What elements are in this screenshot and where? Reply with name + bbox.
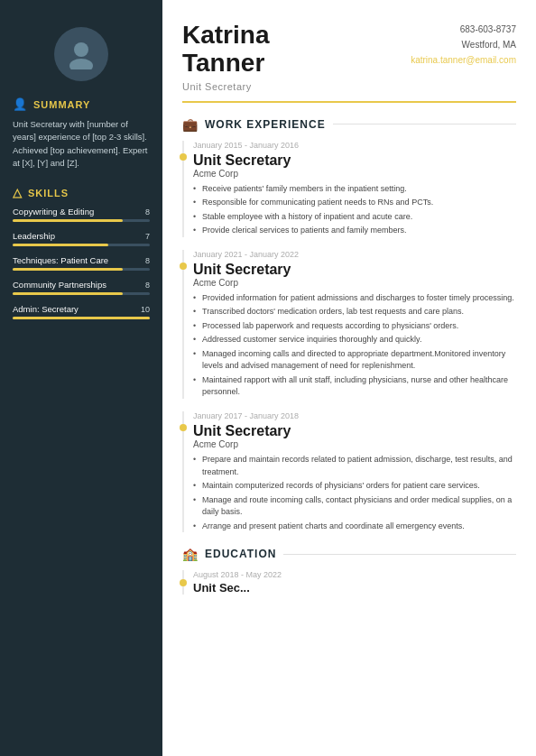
- job-block: January 2015 - January 2016 Unit Secreta…: [182, 141, 516, 237]
- education-icon: 🏫: [182, 547, 199, 561]
- edu-block: August 2018 - May 2022 Unit Sec...: [182, 570, 516, 595]
- job-company: Acme Corp: [193, 278, 516, 288]
- bullet: Transcribed doctors' medication orders, …: [193, 306, 516, 318]
- resume-header: Katrina Tanner Unit Secretary 683-603-87…: [182, 22, 516, 103]
- bullet: Processed lab paperwork and requests acc…: [193, 320, 516, 333]
- job-date: January 2017 - January 2018: [193, 411, 516, 420]
- header-email: katrina.tanner@email.com: [411, 52, 516, 68]
- education-list: August 2018 - May 2022 Unit Sec...: [182, 570, 516, 595]
- bullet: Receive patients' family members in the …: [193, 183, 516, 196]
- skills-icon: △: [13, 186, 23, 199]
- edu-date: August 2018 - May 2022: [193, 570, 516, 579]
- skill-bar-fill: [13, 317, 150, 319]
- job-block: January 2017 - January 2018 Unit Secreta…: [182, 411, 516, 532]
- bullet: Provide clerical services to patients an…: [193, 225, 516, 237]
- skills-section-title: △ Skills: [13, 186, 150, 199]
- job-company: Acme Corp: [193, 169, 516, 179]
- edu-degree: Unit Sec...: [193, 581, 516, 595]
- skill-bar-fill: [13, 292, 123, 295]
- header-phone: 683-603-8737: [411, 22, 516, 37]
- skill-bar-bg: [13, 292, 150, 295]
- skill-score: 10: [141, 305, 150, 314]
- job-title: Unit Secretary: [193, 261, 516, 278]
- summary-section-title: 👤 Summary: [13, 97, 150, 111]
- header-contact: 683-603-8737 Westford, MA katrina.tanner…: [411, 22, 516, 68]
- skill-score: 8: [145, 207, 150, 217]
- skill-item: Copywriting & Editing 8: [13, 207, 150, 222]
- bullet: Managed incoming calls and directed to a…: [193, 348, 516, 373]
- skill-bar-fill: [13, 244, 108, 246]
- skill-name: Admin: Secretary: [13, 304, 79, 314]
- work-experience-section-title: 💼 Work Experience: [182, 117, 516, 132]
- skill-bar-fill: [13, 268, 123, 271]
- skill-name: Techniques: Patient Care: [13, 255, 108, 265]
- job-company: Acme Corp: [193, 439, 516, 449]
- skill-bar-bg: [13, 219, 150, 222]
- skill-score: 8: [145, 281, 150, 290]
- job-block: January 2021 - January 2022 Unit Secreta…: [182, 250, 516, 399]
- job-date: January 2021 - January 2022: [193, 250, 516, 259]
- svg-point-1: [69, 59, 93, 69]
- job-title: Unit Secretary: [193, 152, 516, 169]
- skill-score: 8: [145, 256, 150, 265]
- education-section-title: 🏫 Education: [182, 547, 516, 561]
- summary-text: Unit Secretary with [number of years] ex…: [13, 118, 150, 170]
- header-name-block: Katrina Tanner Unit Secretary: [182, 22, 269, 92]
- bullet: Manage and route incoming calls, contact…: [193, 494, 516, 519]
- svg-point-0: [74, 42, 88, 57]
- edu-section-divider: [283, 554, 516, 555]
- job-bullets: Receive patients' family members in the …: [193, 183, 516, 237]
- job-date: January 2015 - January 2016: [193, 141, 516, 150]
- header-name: Katrina Tanner: [182, 22, 269, 78]
- resume-container: 👤 Summary Unit Secretary with [number of…: [0, 0, 536, 756]
- skill-name: Copywriting & Editing: [13, 207, 94, 217]
- skill-name: Leadership: [13, 231, 55, 241]
- skill-item: Community Partnerships 8: [13, 280, 150, 295]
- bullet: Maintain computerized records of physici…: [193, 480, 516, 493]
- skill-bar-bg: [13, 268, 150, 271]
- bullet: Maintained rapport with all unit staff, …: [193, 374, 516, 399]
- sidebar: 👤 Summary Unit Secretary with [number of…: [0, 0, 162, 756]
- job-bullets: Provided information for patient admissi…: [193, 292, 516, 399]
- briefcase-icon: 💼: [182, 117, 199, 132]
- skills-list: Copywriting & Editing 8 Leadership 7 Tec…: [13, 207, 150, 319]
- bullet: Prepare and maintain records related to …: [193, 454, 516, 478]
- header-location: Westford, MA: [411, 37, 516, 52]
- bullet: Responsible for communicating patient ne…: [193, 197, 516, 209]
- skill-bar-bg: [13, 244, 150, 246]
- skill-score: 7: [145, 232, 150, 241]
- skill-item: Leadership 7: [13, 231, 150, 246]
- bullet: Provided information for patient admissi…: [193, 292, 516, 305]
- job-bullets: Prepare and maintain records related to …: [193, 454, 516, 532]
- section-divider: [333, 124, 516, 124]
- jobs-list: January 2015 - January 2016 Unit Secreta…: [182, 141, 516, 533]
- skill-bar-bg: [13, 317, 150, 319]
- bullet: Stable employee with a history of inpati…: [193, 211, 516, 224]
- avatar: [54, 27, 108, 81]
- skill-bar-fill: [13, 219, 123, 222]
- skill-item: Techniques: Patient Care 8: [13, 255, 150, 271]
- header-title: Unit Secretary: [182, 81, 269, 92]
- person-icon: 👤: [13, 97, 28, 111]
- job-title: Unit Secretary: [193, 422, 516, 439]
- bullet: Arrange and present patient charts and c…: [193, 521, 516, 533]
- bullet: Addressed customer service inquiries tho…: [193, 334, 516, 346]
- main-content: Katrina Tanner Unit Secretary 683-603-87…: [162, 0, 536, 756]
- skill-name: Community Partnerships: [13, 280, 106, 290]
- skill-item: Admin: Secretary 10: [13, 304, 150, 319]
